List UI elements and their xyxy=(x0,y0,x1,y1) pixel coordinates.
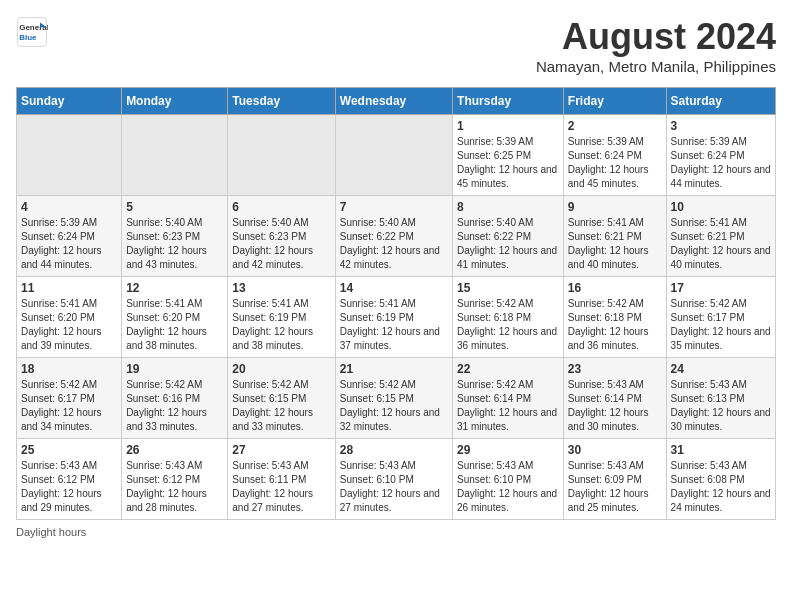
header-row: SundayMondayTuesdayWednesdayThursdayFrid… xyxy=(17,88,776,115)
day-info: Sunrise: 5:41 AM Sunset: 6:21 PM Dayligh… xyxy=(671,216,771,272)
calendar-cell: 21Sunrise: 5:42 AM Sunset: 6:15 PM Dayli… xyxy=(335,358,452,439)
calendar-cell xyxy=(17,115,122,196)
week-row-4: 18Sunrise: 5:42 AM Sunset: 6:17 PM Dayli… xyxy=(17,358,776,439)
calendar-cell: 26Sunrise: 5:43 AM Sunset: 6:12 PM Dayli… xyxy=(122,439,228,520)
calendar-table: SundayMondayTuesdayWednesdayThursdayFrid… xyxy=(16,87,776,520)
day-info: Sunrise: 5:42 AM Sunset: 6:17 PM Dayligh… xyxy=(671,297,771,353)
col-header-friday: Friday xyxy=(563,88,666,115)
calendar-cell: 17Sunrise: 5:42 AM Sunset: 6:17 PM Dayli… xyxy=(666,277,775,358)
calendar-cell: 28Sunrise: 5:43 AM Sunset: 6:10 PM Dayli… xyxy=(335,439,452,520)
day-number: 12 xyxy=(126,281,223,295)
day-info: Sunrise: 5:43 AM Sunset: 6:13 PM Dayligh… xyxy=(671,378,771,434)
day-number: 21 xyxy=(340,362,448,376)
day-info: Sunrise: 5:39 AM Sunset: 6:25 PM Dayligh… xyxy=(457,135,559,191)
day-info: Sunrise: 5:42 AM Sunset: 6:17 PM Dayligh… xyxy=(21,378,117,434)
day-info: Sunrise: 5:43 AM Sunset: 6:10 PM Dayligh… xyxy=(340,459,448,515)
day-number: 6 xyxy=(232,200,330,214)
day-number: 15 xyxy=(457,281,559,295)
day-number: 25 xyxy=(21,443,117,457)
day-info: Sunrise: 5:43 AM Sunset: 6:12 PM Dayligh… xyxy=(126,459,223,515)
day-info: Sunrise: 5:41 AM Sunset: 6:19 PM Dayligh… xyxy=(232,297,330,353)
day-number: 8 xyxy=(457,200,559,214)
main-title: August 2024 xyxy=(536,16,776,58)
day-number: 3 xyxy=(671,119,771,133)
day-number: 4 xyxy=(21,200,117,214)
day-info: Sunrise: 5:42 AM Sunset: 6:15 PM Dayligh… xyxy=(340,378,448,434)
day-info: Sunrise: 5:39 AM Sunset: 6:24 PM Dayligh… xyxy=(568,135,662,191)
calendar-cell: 7Sunrise: 5:40 AM Sunset: 6:22 PM Daylig… xyxy=(335,196,452,277)
day-info: Sunrise: 5:40 AM Sunset: 6:22 PM Dayligh… xyxy=(340,216,448,272)
calendar-cell: 24Sunrise: 5:43 AM Sunset: 6:13 PM Dayli… xyxy=(666,358,775,439)
calendar-cell: 1Sunrise: 5:39 AM Sunset: 6:25 PM Daylig… xyxy=(453,115,564,196)
calendar-cell: 6Sunrise: 5:40 AM Sunset: 6:23 PM Daylig… xyxy=(228,196,335,277)
day-number: 23 xyxy=(568,362,662,376)
calendar-cell: 2Sunrise: 5:39 AM Sunset: 6:24 PM Daylig… xyxy=(563,115,666,196)
week-row-1: 1Sunrise: 5:39 AM Sunset: 6:25 PM Daylig… xyxy=(17,115,776,196)
calendar-cell: 14Sunrise: 5:41 AM Sunset: 6:19 PM Dayli… xyxy=(335,277,452,358)
col-header-sunday: Sunday xyxy=(17,88,122,115)
day-info: Sunrise: 5:42 AM Sunset: 6:18 PM Dayligh… xyxy=(568,297,662,353)
day-number: 9 xyxy=(568,200,662,214)
svg-text:Blue: Blue xyxy=(19,33,37,42)
day-number: 22 xyxy=(457,362,559,376)
day-info: Sunrise: 5:40 AM Sunset: 6:23 PM Dayligh… xyxy=(232,216,330,272)
week-row-2: 4Sunrise: 5:39 AM Sunset: 6:24 PM Daylig… xyxy=(17,196,776,277)
day-info: Sunrise: 5:43 AM Sunset: 6:10 PM Dayligh… xyxy=(457,459,559,515)
subtitle: Namayan, Metro Manila, Philippines xyxy=(536,58,776,75)
calendar-cell xyxy=(335,115,452,196)
col-header-thursday: Thursday xyxy=(453,88,564,115)
day-number: 26 xyxy=(126,443,223,457)
week-row-5: 25Sunrise: 5:43 AM Sunset: 6:12 PM Dayli… xyxy=(17,439,776,520)
day-number: 28 xyxy=(340,443,448,457)
day-info: Sunrise: 5:43 AM Sunset: 6:08 PM Dayligh… xyxy=(671,459,771,515)
day-number: 27 xyxy=(232,443,330,457)
week-row-3: 11Sunrise: 5:41 AM Sunset: 6:20 PM Dayli… xyxy=(17,277,776,358)
day-info: Sunrise: 5:43 AM Sunset: 6:09 PM Dayligh… xyxy=(568,459,662,515)
day-number: 1 xyxy=(457,119,559,133)
day-number: 30 xyxy=(568,443,662,457)
day-number: 2 xyxy=(568,119,662,133)
day-number: 7 xyxy=(340,200,448,214)
day-info: Sunrise: 5:43 AM Sunset: 6:11 PM Dayligh… xyxy=(232,459,330,515)
calendar-cell: 25Sunrise: 5:43 AM Sunset: 6:12 PM Dayli… xyxy=(17,439,122,520)
logo-icon: General Blue xyxy=(16,16,48,48)
logo: General Blue xyxy=(16,16,48,48)
day-info: Sunrise: 5:43 AM Sunset: 6:14 PM Dayligh… xyxy=(568,378,662,434)
day-number: 29 xyxy=(457,443,559,457)
calendar-cell: 11Sunrise: 5:41 AM Sunset: 6:20 PM Dayli… xyxy=(17,277,122,358)
day-number: 16 xyxy=(568,281,662,295)
day-info: Sunrise: 5:43 AM Sunset: 6:12 PM Dayligh… xyxy=(21,459,117,515)
day-number: 10 xyxy=(671,200,771,214)
day-info: Sunrise: 5:41 AM Sunset: 6:20 PM Dayligh… xyxy=(21,297,117,353)
day-number: 5 xyxy=(126,200,223,214)
header: General Blue August 2024 Namayan, Metro … xyxy=(16,16,776,75)
day-number: 24 xyxy=(671,362,771,376)
day-number: 18 xyxy=(21,362,117,376)
day-info: Sunrise: 5:39 AM Sunset: 6:24 PM Dayligh… xyxy=(21,216,117,272)
day-number: 20 xyxy=(232,362,330,376)
calendar-cell: 13Sunrise: 5:41 AM Sunset: 6:19 PM Dayli… xyxy=(228,277,335,358)
calendar-cell: 3Sunrise: 5:39 AM Sunset: 6:24 PM Daylig… xyxy=(666,115,775,196)
day-number: 31 xyxy=(671,443,771,457)
day-info: Sunrise: 5:40 AM Sunset: 6:23 PM Dayligh… xyxy=(126,216,223,272)
calendar-cell: 30Sunrise: 5:43 AM Sunset: 6:09 PM Dayli… xyxy=(563,439,666,520)
calendar-cell: 12Sunrise: 5:41 AM Sunset: 6:20 PM Dayli… xyxy=(122,277,228,358)
day-number: 11 xyxy=(21,281,117,295)
calendar-cell: 23Sunrise: 5:43 AM Sunset: 6:14 PM Dayli… xyxy=(563,358,666,439)
day-info: Sunrise: 5:39 AM Sunset: 6:24 PM Dayligh… xyxy=(671,135,771,191)
calendar-cell: 16Sunrise: 5:42 AM Sunset: 6:18 PM Dayli… xyxy=(563,277,666,358)
calendar-cell: 20Sunrise: 5:42 AM Sunset: 6:15 PM Dayli… xyxy=(228,358,335,439)
col-header-saturday: Saturday xyxy=(666,88,775,115)
day-info: Sunrise: 5:41 AM Sunset: 6:20 PM Dayligh… xyxy=(126,297,223,353)
col-header-monday: Monday xyxy=(122,88,228,115)
footer-note: Daylight hours xyxy=(16,526,776,538)
calendar-cell: 29Sunrise: 5:43 AM Sunset: 6:10 PM Dayli… xyxy=(453,439,564,520)
calendar-cell: 8Sunrise: 5:40 AM Sunset: 6:22 PM Daylig… xyxy=(453,196,564,277)
calendar-cell: 15Sunrise: 5:42 AM Sunset: 6:18 PM Dayli… xyxy=(453,277,564,358)
col-header-wednesday: Wednesday xyxy=(335,88,452,115)
calendar-cell: 19Sunrise: 5:42 AM Sunset: 6:16 PM Dayli… xyxy=(122,358,228,439)
day-info: Sunrise: 5:42 AM Sunset: 6:14 PM Dayligh… xyxy=(457,378,559,434)
day-info: Sunrise: 5:40 AM Sunset: 6:22 PM Dayligh… xyxy=(457,216,559,272)
day-number: 13 xyxy=(232,281,330,295)
day-number: 19 xyxy=(126,362,223,376)
